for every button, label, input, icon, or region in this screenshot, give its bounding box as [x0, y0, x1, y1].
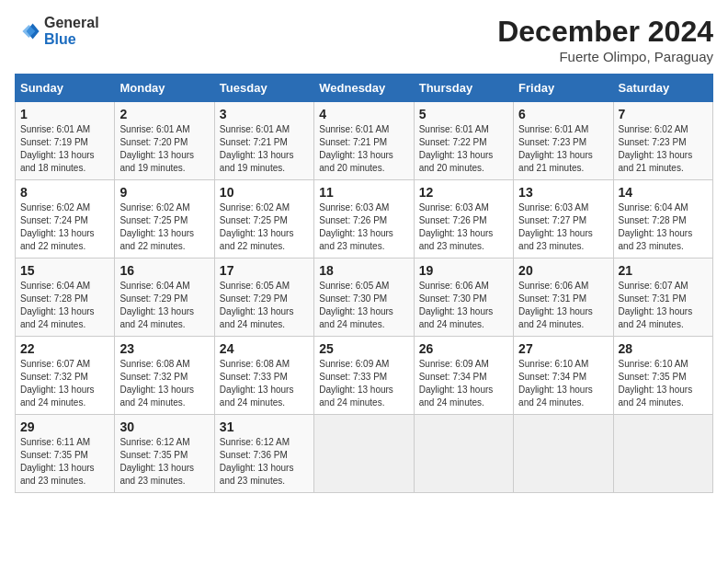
table-row: 14Sunrise: 6:04 AMSunset: 7:28 PMDayligh…	[613, 180, 712, 259]
day-info: Sunrise: 6:01 AMSunset: 7:22 PMDaylight:…	[419, 123, 508, 175]
day-info: Sunrise: 6:06 AMSunset: 7:30 PMDaylight:…	[419, 280, 508, 331]
col-monday: Monday	[115, 75, 214, 102]
calendar-week-row: 1Sunrise: 6:01 AMSunset: 7:19 PMDaylight…	[16, 102, 713, 180]
table-row: 12Sunrise: 6:03 AMSunset: 7:26 PMDayligh…	[414, 180, 513, 259]
table-row: 8Sunrise: 6:02 AMSunset: 7:24 PMDaylight…	[16, 180, 115, 259]
day-info: Sunrise: 6:01 AMSunset: 7:21 PMDaylight:…	[220, 123, 309, 175]
day-info: Sunrise: 6:02 AMSunset: 7:23 PMDaylight:…	[619, 123, 708, 175]
table-row: 17Sunrise: 6:05 AMSunset: 7:29 PMDayligh…	[214, 259, 313, 337]
calendar-table: Sunday Monday Tuesday Wednesday Thursday…	[15, 74, 713, 493]
table-row	[613, 415, 712, 493]
day-number: 23	[119, 341, 209, 356]
day-info: Sunrise: 6:03 AMSunset: 7:26 PMDaylight:…	[319, 201, 408, 253]
col-thursday: Thursday	[414, 75, 513, 102]
table-row: 7Sunrise: 6:02 AMSunset: 7:23 PMDaylight…	[613, 102, 712, 180]
day-info: Sunrise: 6:08 AMSunset: 7:32 PMDaylight:…	[119, 358, 209, 409]
day-info: Sunrise: 6:03 AMSunset: 7:26 PMDaylight:…	[419, 201, 508, 253]
table-row: 3Sunrise: 6:01 AMSunset: 7:21 PMDaylight…	[214, 102, 313, 180]
calendar-header-row: Sunday Monday Tuesday Wednesday Thursday…	[16, 75, 713, 102]
calendar-week-row: 22Sunrise: 6:07 AMSunset: 7:32 PMDayligh…	[16, 337, 713, 415]
day-info: Sunrise: 6:05 AMSunset: 7:30 PMDaylight:…	[319, 280, 408, 331]
day-info: Sunrise: 6:06 AMSunset: 7:31 PMDaylight:…	[518, 280, 608, 331]
day-number: 20	[518, 263, 608, 278]
table-row: 23Sunrise: 6:08 AMSunset: 7:32 PMDayligh…	[115, 337, 214, 415]
day-number: 9	[119, 185, 209, 200]
day-info: Sunrise: 6:01 AMSunset: 7:23 PMDaylight:…	[518, 123, 608, 175]
day-number: 16	[119, 263, 209, 278]
table-row: 13Sunrise: 6:03 AMSunset: 7:27 PMDayligh…	[514, 180, 613, 259]
table-row: 11Sunrise: 6:03 AMSunset: 7:26 PMDayligh…	[314, 180, 414, 259]
day-number: 15	[20, 263, 109, 278]
table-row: 15Sunrise: 6:04 AMSunset: 7:28 PMDayligh…	[16, 259, 115, 337]
day-number: 31	[220, 419, 309, 434]
day-number: 2	[119, 107, 209, 121]
day-number: 7	[619, 107, 708, 121]
day-number: 10	[220, 185, 309, 200]
logo-text: General Blue	[44, 15, 99, 48]
day-number: 17	[220, 263, 309, 278]
col-sunday: Sunday	[16, 75, 115, 102]
table-row: 26Sunrise: 6:09 AMSunset: 7:34 PMDayligh…	[414, 337, 513, 415]
table-row: 6Sunrise: 6:01 AMSunset: 7:23 PMDaylight…	[514, 102, 613, 180]
day-info: Sunrise: 6:04 AMSunset: 7:28 PMDaylight:…	[619, 201, 708, 253]
table-row: 31Sunrise: 6:12 AMSunset: 7:36 PMDayligh…	[214, 415, 313, 493]
day-number: 28	[619, 341, 708, 356]
table-row: 29Sunrise: 6:11 AMSunset: 7:35 PMDayligh…	[16, 415, 115, 493]
table-row: 1Sunrise: 6:01 AMSunset: 7:19 PMDaylight…	[16, 102, 115, 180]
day-info: Sunrise: 6:04 AMSunset: 7:29 PMDaylight:…	[119, 280, 209, 331]
table-row: 20Sunrise: 6:06 AMSunset: 7:31 PMDayligh…	[514, 259, 613, 337]
day-number: 29	[20, 419, 109, 434]
day-info: Sunrise: 6:01 AMSunset: 7:21 PMDaylight:…	[319, 123, 408, 175]
day-number: 26	[419, 341, 508, 356]
day-info: Sunrise: 6:08 AMSunset: 7:33 PMDaylight:…	[220, 358, 309, 409]
col-friday: Friday	[514, 75, 613, 102]
day-info: Sunrise: 6:07 AMSunset: 7:31 PMDaylight:…	[619, 280, 708, 331]
col-tuesday: Tuesday	[214, 75, 313, 102]
day-number: 6	[518, 107, 608, 121]
day-number: 30	[119, 419, 209, 434]
table-row: 5Sunrise: 6:01 AMSunset: 7:22 PMDaylight…	[414, 102, 513, 180]
col-wednesday: Wednesday	[314, 75, 414, 102]
day-number: 21	[619, 263, 708, 278]
table-row	[414, 415, 513, 493]
day-info: Sunrise: 6:12 AMSunset: 7:35 PMDaylight:…	[119, 436, 209, 488]
day-info: Sunrise: 6:09 AMSunset: 7:34 PMDaylight:…	[419, 358, 508, 409]
calendar-week-row: 8Sunrise: 6:02 AMSunset: 7:24 PMDaylight…	[16, 180, 713, 259]
day-number: 1	[20, 107, 109, 121]
table-row: 28Sunrise: 6:10 AMSunset: 7:35 PMDayligh…	[613, 337, 712, 415]
day-number: 25	[319, 341, 408, 356]
day-info: Sunrise: 6:09 AMSunset: 7:33 PMDaylight:…	[319, 358, 408, 409]
day-info: Sunrise: 6:04 AMSunset: 7:28 PMDaylight:…	[20, 280, 109, 331]
day-number: 19	[419, 263, 508, 278]
page-header: General Blue December 2024 Fuerte Olimpo…	[15, 15, 713, 64]
table-row: 16Sunrise: 6:04 AMSunset: 7:29 PMDayligh…	[115, 259, 214, 337]
table-row: 22Sunrise: 6:07 AMSunset: 7:32 PMDayligh…	[16, 337, 115, 415]
day-number: 13	[518, 185, 608, 200]
day-info: Sunrise: 6:10 AMSunset: 7:34 PMDaylight:…	[518, 358, 608, 409]
table-row: 25Sunrise: 6:09 AMSunset: 7:33 PMDayligh…	[314, 337, 414, 415]
day-info: Sunrise: 6:10 AMSunset: 7:35 PMDaylight:…	[619, 358, 708, 409]
table-row: 30Sunrise: 6:12 AMSunset: 7:35 PMDayligh…	[115, 415, 214, 493]
day-number: 11	[319, 185, 408, 200]
day-number: 3	[220, 107, 309, 121]
day-info: Sunrise: 6:02 AMSunset: 7:24 PMDaylight:…	[20, 201, 109, 253]
day-info: Sunrise: 6:11 AMSunset: 7:35 PMDaylight:…	[20, 436, 109, 488]
day-info: Sunrise: 6:02 AMSunset: 7:25 PMDaylight:…	[119, 201, 209, 253]
title-area: December 2024 Fuerte Olimpo, Paraguay	[497, 15, 713, 64]
table-row: 24Sunrise: 6:08 AMSunset: 7:33 PMDayligh…	[214, 337, 313, 415]
day-number: 24	[220, 341, 309, 356]
calendar-week-row: 15Sunrise: 6:04 AMSunset: 7:28 PMDayligh…	[16, 259, 713, 337]
day-info: Sunrise: 6:02 AMSunset: 7:25 PMDaylight:…	[220, 201, 309, 253]
day-number: 12	[419, 185, 508, 200]
logo: General Blue	[15, 15, 99, 48]
day-info: Sunrise: 6:12 AMSunset: 7:36 PMDaylight:…	[220, 436, 309, 488]
table-row	[314, 415, 414, 493]
location: Fuerte Olimpo, Paraguay	[497, 49, 713, 64]
day-number: 14	[619, 185, 708, 200]
day-number: 4	[319, 107, 408, 121]
month-year: December 2024	[497, 15, 713, 49]
logo-icon	[15, 18, 40, 44]
table-row: 4Sunrise: 6:01 AMSunset: 7:21 PMDaylight…	[314, 102, 414, 180]
day-number: 8	[20, 185, 109, 200]
table-row: 2Sunrise: 6:01 AMSunset: 7:20 PMDaylight…	[115, 102, 214, 180]
